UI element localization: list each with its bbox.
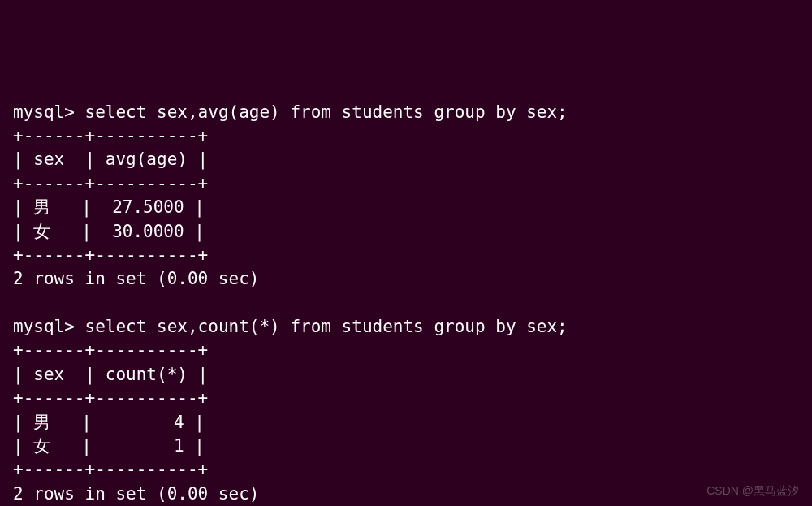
table-row: | 女 | 1 | <box>13 435 799 458</box>
table-border: +------+----------+ <box>13 458 799 482</box>
sql-query: select sex,avg(age) from students group … <box>85 102 568 122</box>
table-row: | 女 | 30.0000 | <box>13 220 799 244</box>
table-border: +------+----------+ <box>13 339 799 362</box>
table-border: +------+----------+ <box>13 244 799 267</box>
watermark: CSDN @黑马蓝汐 <box>706 483 799 500</box>
table-row: | 男 | 4 | <box>13 411 799 435</box>
mysql-prompt[interactable]: mysql> <box>13 317 85 336</box>
query-line-2: mysql> select sex,count(*) from students… <box>13 315 799 339</box>
sql-query: select sex,count(*) from students group … <box>85 317 568 336</box>
table-header: | sex | count(*) | <box>13 363 799 387</box>
table-border: +------+----------+ <box>13 124 799 148</box>
status-line: 2 rows in set (0.00 sec) <box>13 482 799 506</box>
table-border: +------+----------+ <box>13 387 799 410</box>
table-header: | sex | avg(age) | <box>13 148 799 171</box>
status-line: 2 rows in set (0.00 sec) <box>13 267 799 291</box>
blank-line <box>13 292 799 315</box>
terminal-output: mysql> select sex,avg(age) from students… <box>13 101 799 506</box>
query-line-1: mysql> select sex,avg(age) from students… <box>13 101 799 124</box>
table-row: | 男 | 27.5000 | <box>13 196 799 219</box>
mysql-prompt[interactable]: mysql> <box>13 102 85 122</box>
table-border: +------+----------+ <box>13 172 799 196</box>
